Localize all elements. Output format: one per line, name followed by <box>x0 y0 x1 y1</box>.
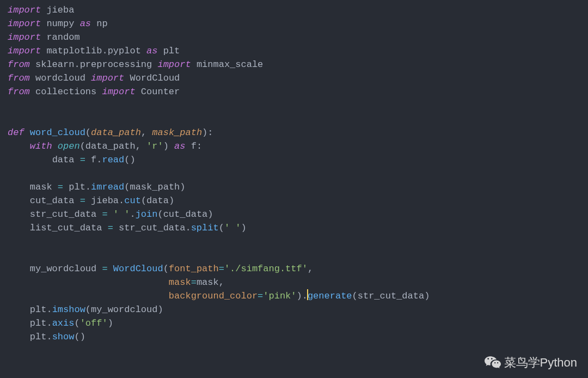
code-line: from collections import Counter <box>8 87 180 97</box>
code-line: data = f.read() <box>8 155 136 165</box>
code-line: str_cut_data = ' '.join(cut_data) <box>8 209 213 220</box>
code-line: plt.show() <box>8 332 85 342</box>
function-def: word_cloud <box>30 127 85 138</box>
code-line: from sklearn.preprocessing import minmax… <box>8 59 263 70</box>
code-line: with open(data_path, 'r') as f: <box>8 141 202 151</box>
watermark-text: 菜鸟学Python <box>504 356 578 369</box>
code-line: mask = plt.imread(mask_path) <box>8 182 186 192</box>
code-line: cut_data = jieba.cut(data) <box>8 196 174 206</box>
code-line: import random <box>8 32 80 42</box>
code-line: background_color='pink').generate(str_cu… <box>8 291 430 301</box>
code-line: from wordcloud import WordCloud <box>8 73 180 83</box>
code-line: def word_cloud(data_path, mask_path): <box>8 127 213 138</box>
watermark: 菜鸟学Python <box>485 355 578 369</box>
code-line: import matplotlib.pyplot as plt <box>8 46 180 56</box>
code-line: import jieba <box>8 5 74 15</box>
keyword-import: import <box>8 5 41 15</box>
code-line: plt.imshow(my_wordcloud) <box>8 304 163 315</box>
wechat-icon <box>485 355 501 369</box>
code-line: import numpy as np <box>8 19 108 29</box>
code-editor[interactable]: import jieba import numpy as np import r… <box>8 3 588 344</box>
code-line: list_cut_data = str_cut_data.split(' ') <box>8 223 247 233</box>
code-line: plt.axis('off') <box>8 318 113 328</box>
code-line: my_wordcloud = WordCloud(font_path='./si… <box>8 264 313 274</box>
code-line: mask=mask, <box>8 277 224 288</box>
